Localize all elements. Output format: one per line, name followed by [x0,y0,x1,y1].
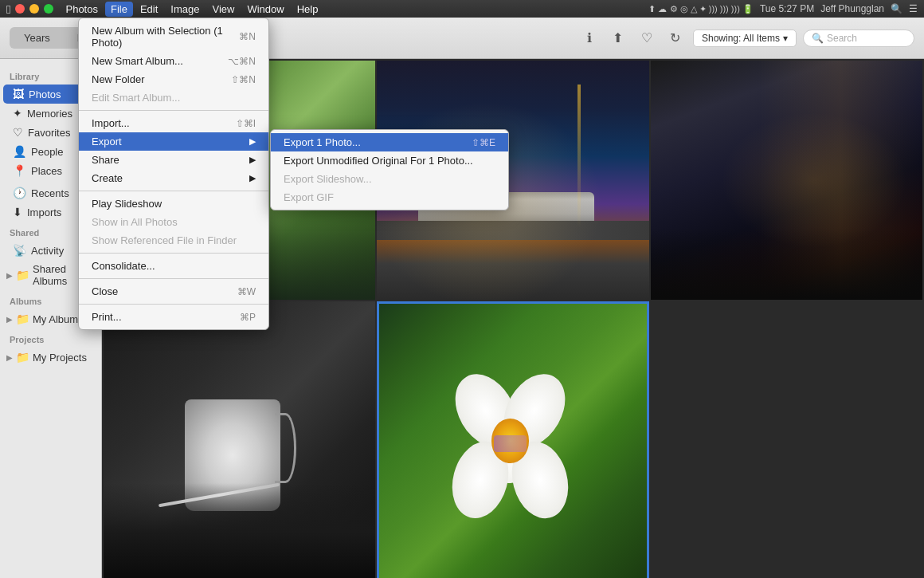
photo-cell-5[interactable] [377,301,648,578]
menu-label-consolidate: Consolidate... [92,260,155,272]
menu-sep-5 [79,304,268,305]
sidebar-item-activity-label: Activity [31,245,64,257]
menu-label-share: Share [92,154,119,166]
menu-image[interactable]: Image [165,2,205,17]
menu-item-new-album-selection[interactable]: New Album with Selection (1 Photo) ⌘N [79,22,268,52]
titlebar:  Photos File Edit Image View Window Hel… [0,0,924,18]
menu-label-new-folder: New Folder [92,73,144,85]
chevron-down-icon: ▾ [783,33,788,44]
menu-shortcut-close: ⌘W [237,286,256,297]
menu-view[interactable]: View [206,2,240,17]
sidebar-item-places-label: Places [31,165,62,177]
menu-item-import[interactable]: Import... ⇧⌘I [79,114,268,132]
submenu-arrow-icon: ▶ [249,136,256,147]
submenu-item-export-slideshow: Export Slideshow... [271,170,508,188]
places-icon: 📍 [13,164,26,177]
sidebar-item-my-projects[interactable]: ▶ 📁 My Projects [0,348,101,367]
info-button[interactable]: ℹ [578,27,601,49]
showing-filter[interactable]: Showing: All Items ▾ [693,29,797,47]
expand-albums-icon: ▶ [6,315,13,324]
apple-logo:  [6,2,10,16]
menu-photos[interactable]: Photos [60,2,103,17]
create-arrow-icon: ▶ [249,173,256,183]
sidebar-item-people-label: People [31,146,63,158]
share-arrow-icon: ▶ [249,155,256,165]
sidebar-item-my-albums-label: My Albums [33,313,84,325]
photos-icon: 🖼 [13,88,24,100]
menu-label-show-in-all-photos: Show in All Photos [92,216,178,228]
menu-help[interactable]: Help [292,2,324,17]
menu-item-print[interactable]: Print... ⌘P [79,308,268,326]
menu-item-new-smart-album[interactable]: New Smart Album... ⌥⌘N [79,52,268,70]
menu-edit[interactable]: Edit [135,2,163,17]
time-display: Tue 5:27 PM [760,3,814,14]
menu-item-play-slideshow[interactable]: Play Slideshow [79,195,268,213]
sidebar-item-favorites-label: Favorites [28,127,70,139]
my-projects-icon: 📁 [16,351,29,364]
submenu-item-export-1-photo[interactable]: Export 1 Photo... ⇧⌘E [271,133,508,151]
submenu-item-export-unmodified[interactable]: Export Unmodified Original For 1 Photo..… [271,151,508,170]
menu-window[interactable]: Window [241,2,289,17]
toolbar-actions: ℹ ⬆ ♡ ↻ Showing: All Items ▾ 🔍 Search [578,27,914,49]
menu-label-new-smart-album: New Smart Album... [92,55,183,67]
maximize-window-button[interactable] [44,4,53,14]
system-icons: ⬆ ☁ ⚙ ◎ △ ✦ ))) ))) ))) 🔋 [648,4,753,14]
menu-item-create[interactable]: Create ▶ [79,169,268,187]
sidebar-item-memories-label: Memories [27,108,72,120]
menu-sep-4 [79,278,268,279]
submenu-label-export-gif: Export GIF [284,191,334,203]
imports-icon: ⬇ [13,206,22,218]
favorites-icon: ♡ [13,126,23,139]
minimize-window-button[interactable] [29,4,39,14]
menu-label-show-referenced: Show Referenced File in Finder [92,234,237,246]
menu-sep-3 [79,253,268,254]
menu-item-new-folder[interactable]: New Folder ⇧⌘N [79,70,268,88]
sidebar-item-photos-label: Photos [29,88,61,100]
menu-shortcut-new-album: ⌘N [239,31,256,42]
search-box[interactable]: 🔍 Search [803,29,914,47]
showing-label: Showing: All Items [702,33,780,44]
sidebar-item-recents-label: Recents [31,187,69,199]
menu-item-consolidate[interactable]: Consolidate... [79,257,268,275]
menu-item-edit-smart-album: Edit Smart Album... [79,88,268,107]
expand-icon: ▶ [6,271,13,280]
activity-icon: 📡 [13,244,26,257]
menu-label-new-album-selection: New Album with Selection (1 Photo) [92,25,239,49]
rotate-button[interactable]: ↻ [664,27,687,49]
close-window-button[interactable] [15,4,25,14]
submenu-label-export-1-photo: Export 1 Photo... [284,136,361,148]
menu-item-show-in-all-photos: Show in All Photos [79,213,268,231]
menu-label-play-slideshow: Play Slideshow [92,198,162,210]
photo-image-4 [104,301,375,578]
traffic-lights [15,4,53,14]
menu-item-export[interactable]: Export ▶ Export 1 Photo... ⇧⌘E Export Un… [79,132,268,151]
tab-years[interactable]: Years [11,29,63,47]
export-submenu[interactable]: Export 1 Photo... ⇧⌘E Export Unmodified … [270,129,509,210]
search-titlebar-icon[interactable]: 🔍 [891,3,902,14]
search-placeholder: Search [827,33,857,44]
file-menu-dropdown[interactable]: New Album with Selection (1 Photo) ⌘N Ne… [78,18,269,330]
menu-label-close: Close [92,285,118,297]
menu-label-edit-smart-album: Edit Smart Album... [92,92,180,104]
photo-cell-3[interactable] [651,61,922,300]
notification-icon[interactable]: ☰ [909,3,918,14]
menu-bar: Photos File Edit Image View Window Help [60,2,323,17]
people-icon: 👤 [13,145,26,158]
menu-shortcut-print: ⌘P [240,312,256,323]
menu-file[interactable]: File [105,2,133,17]
photo-cell-4[interactable] [104,301,375,578]
user-name: Jeff Phungglan [820,3,884,14]
sidebar-item-my-projects-label: My Projects [33,352,87,364]
titlebar-right: ⬆ ☁ ⚙ ◎ △ ✦ ))) ))) ))) 🔋 Tue 5:27 PM Je… [648,3,918,14]
recents-icon: 🕐 [13,187,26,199]
memories-icon: ✦ [13,107,22,120]
expand-projects-icon: ▶ [6,353,13,362]
menu-item-share[interactable]: Share ▶ [79,151,268,169]
menu-shortcut-new-folder: ⇧⌘N [231,74,256,85]
menu-shortcut-import: ⇧⌘I [236,118,256,129]
share-button[interactable]: ⬆ [607,27,629,49]
menu-label-print: Print... [92,311,122,323]
favorite-button[interactable]: ♡ [636,27,658,49]
shared-albums-icon: 📁 [16,269,29,281]
menu-item-close[interactable]: Close ⌘W [79,282,268,301]
